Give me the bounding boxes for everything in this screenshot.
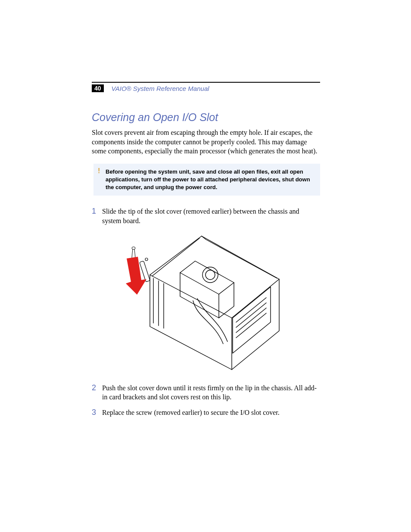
section-heading: Covering an Open I/O Slot	[92, 111, 320, 124]
intro-paragraph: Slot covers prevent air from escaping th…	[92, 128, 320, 156]
warning-text: Before opening the system unit, save and…	[106, 168, 314, 192]
step-number: 3	[92, 408, 102, 417]
manual-page: 40 VAIO® System Reference Manual Coverin…	[92, 82, 320, 423]
step-item: 1 Slide the tip of the slot cover (remov…	[92, 207, 320, 225]
svg-point-4	[132, 247, 135, 249]
svg-point-3	[145, 258, 148, 261]
step-text: Replace the screw (removed earlier) to s…	[102, 408, 280, 417]
step-item: 2 Push the slot cover down until it rest…	[92, 383, 320, 402]
chassis-svg	[120, 232, 292, 374]
step-item: 3 Replace the screw (removed earlier) to…	[92, 408, 320, 417]
svg-point-1	[206, 270, 215, 280]
step-text: Slide the tip of the slot cover (removed…	[102, 207, 320, 225]
warning-icon: !	[98, 167, 100, 175]
warning-callout: ! Before opening the system unit, save a…	[93, 164, 320, 196]
page-header: 40 VAIO® System Reference Manual	[92, 82, 320, 92]
step-number: 1	[92, 207, 102, 225]
manual-title: VAIO® System Reference Manual	[112, 85, 209, 92]
step-text: Push the slot cover down until it rests …	[102, 383, 320, 402]
chassis-illustration	[92, 232, 320, 376]
step-number: 2	[92, 383, 102, 402]
page-number-badge: 40	[92, 84, 104, 92]
